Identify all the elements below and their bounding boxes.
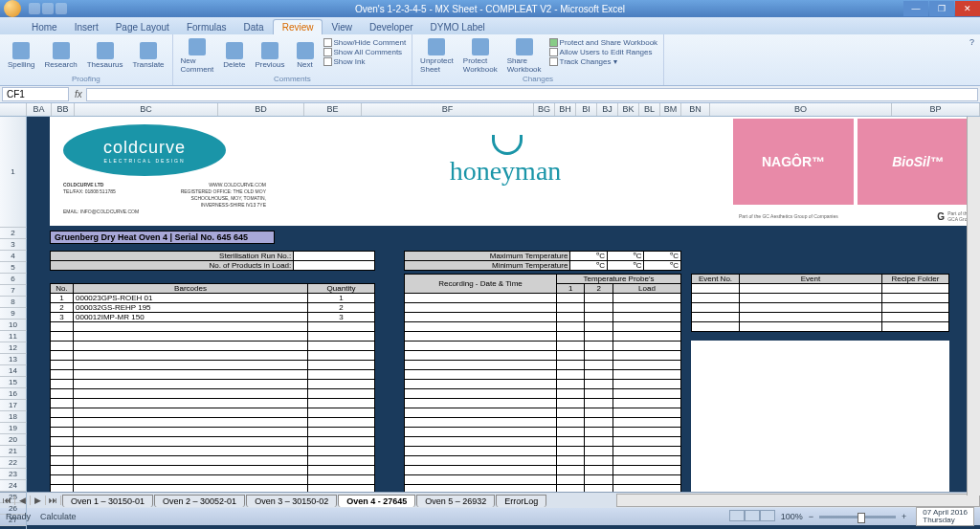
- group-comments-label: Comments: [177, 75, 409, 83]
- biosil-logo: BioSil™: [858, 119, 978, 205]
- delete-comment-button[interactable]: Delete: [219, 36, 249, 75]
- th-no: No.: [51, 284, 74, 294]
- sheet-nav-last[interactable]: ⏭: [46, 496, 61, 505]
- next-comment-button[interactable]: Next: [291, 36, 320, 75]
- protect-share-workbook[interactable]: Protect and Share Workbook: [549, 38, 658, 47]
- gca-footer: Part of the GC Aesthetics Group of Compa…: [731, 207, 980, 226]
- group-proofing-label: Proofing: [4, 75, 168, 83]
- sheet-nav-next[interactable]: ▶: [31, 496, 46, 505]
- col-bf[interactable]: BF: [362, 103, 534, 116]
- col-bc[interactable]: BC: [75, 103, 218, 116]
- col-bn[interactable]: BN: [681, 103, 710, 116]
- qat-undo-icon[interactable]: [42, 3, 54, 14]
- select-all-corner[interactable]: [0, 103, 27, 116]
- minimize-button[interactable]: —: [903, 1, 928, 16]
- col-bm[interactable]: BM: [660, 103, 681, 116]
- col-bd[interactable]: BD: [218, 103, 304, 116]
- col-bl[interactable]: BL: [639, 103, 660, 116]
- row-headers: 1 2345 678910 1112131415 1617181920 2122…: [0, 117, 27, 492]
- tab-formulas[interactable]: Formulas: [178, 20, 235, 34]
- group-changes-label: Changes: [416, 75, 659, 83]
- tab-home[interactable]: Home: [23, 20, 66, 34]
- sheet-tab-errorlog[interactable]: ErrorLog: [496, 495, 546, 507]
- office-button[interactable]: [4, 0, 21, 17]
- prod-load-value[interactable]: [294, 261, 375, 271]
- tab-view[interactable]: View: [323, 20, 361, 34]
- zoom-slider[interactable]: [819, 516, 896, 518]
- protect-workbook-button[interactable]: Protect Workbook: [459, 36, 501, 75]
- tab-developer[interactable]: Developer: [361, 20, 422, 34]
- quick-access-toolbar: [29, 3, 67, 14]
- col-bg[interactable]: BG: [534, 103, 555, 116]
- research-button[interactable]: Research: [40, 36, 80, 75]
- th-barcodes: Barcodes: [74, 284, 308, 294]
- col-bp[interactable]: BP: [892, 103, 980, 116]
- help-icon[interactable]: ?: [964, 34, 980, 85]
- qat-redo-icon[interactable]: [56, 3, 67, 14]
- coldcurve-info: COLDCURVE LTDWWW.COLDCURVE.COM TEL/FAX: …: [63, 182, 266, 215]
- sheet-tab-oven2[interactable]: Oven 2 – 30052-01: [154, 495, 245, 507]
- th-recording: Recording - Date & Time: [405, 275, 557, 294]
- new-comment-button[interactable]: New Comment: [177, 36, 218, 75]
- view-buttons[interactable]: [729, 510, 775, 523]
- sheet-tab-bar: ⏮◀ ▶⏭ Oven 1 – 30150-01 Oven 2 – 30052-0…: [0, 492, 980, 508]
- ribbon: Spelling Research Thesaurus Translate Pr…: [0, 34, 980, 86]
- col-bi[interactable]: BI: [576, 103, 597, 116]
- show-ink[interactable]: Show Ink: [323, 57, 407, 66]
- sheet-tab-oven1[interactable]: Oven 1 – 30150-01: [62, 495, 153, 507]
- honeyman-logo: honeyman: [450, 156, 562, 187]
- formula-bar: CF1 fx: [0, 86, 980, 103]
- col-bk[interactable]: BK: [618, 103, 639, 116]
- name-box[interactable]: CF1: [2, 87, 69, 101]
- previous-comment-button[interactable]: Previous: [251, 36, 288, 75]
- row-2[interactable]: 2: [0, 228, 27, 239]
- fx-icon[interactable]: fx: [71, 89, 86, 99]
- sheet-nav-first[interactable]: ⏮: [0, 496, 15, 505]
- sheet-tab-oven5[interactable]: Oven 5 – 26932: [416, 495, 495, 507]
- table-row: 2000032GS-REHP 1952: [51, 303, 375, 313]
- horizontal-scrollbar[interactable]: [616, 494, 980, 507]
- sheet-tab-oven3[interactable]: Oven 3 – 30150-02: [246, 495, 337, 507]
- sheet-nav-prev[interactable]: ◀: [15, 496, 31, 505]
- close-button[interactable]: ✕: [955, 1, 980, 16]
- tab-pagelayout[interactable]: Page Layout: [107, 20, 178, 34]
- min-temp-label: Minimum Temperature: [405, 261, 570, 271]
- col-bj[interactable]: BJ: [597, 103, 618, 116]
- col-bb[interactable]: BB: [52, 103, 75, 116]
- qat-save-icon[interactable]: [29, 3, 40, 14]
- th-probes: Temperature Probe's: [556, 275, 680, 284]
- ster-run-value[interactable]: [294, 252, 375, 261]
- col-be[interactable]: BE: [304, 103, 362, 116]
- worksheet[interactable]: coldcurve ELECTRICAL DESIGN COLDCURVE LT…: [27, 117, 980, 492]
- col-ba[interactable]: BA: [27, 103, 52, 116]
- thesaurus-button[interactable]: Thesaurus: [83, 36, 127, 75]
- maximize-button[interactable]: ❐: [929, 1, 954, 16]
- track-changes[interactable]: Track Changes ▾: [549, 57, 658, 66]
- showall-comments[interactable]: Show All Comments: [323, 48, 407, 56]
- window-title: Oven's 1-2-3-4-5 - MX Sheet - COMPLEAT V…: [355, 4, 625, 14]
- th-eventno: Event No.: [692, 275, 740, 284]
- zoom-label[interactable]: 100%: [781, 512, 803, 521]
- col-bh[interactable]: BH: [555, 103, 576, 116]
- tab-data[interactable]: Data: [235, 20, 273, 34]
- tab-dymo[interactable]: DYMO Label: [422, 20, 494, 34]
- spelling-button[interactable]: Spelling: [4, 36, 38, 75]
- row-1[interactable]: 1: [0, 117, 27, 228]
- col-bo[interactable]: BO: [710, 103, 892, 116]
- th-event: Event: [740, 275, 882, 284]
- formula-input[interactable]: [86, 88, 978, 101]
- sheet-tab-oven4[interactable]: Oven 4 - 27645: [338, 495, 415, 507]
- titlebar: Oven's 1-2-3-4-5 - MX Sheet - COMPLEAT V…: [0, 0, 980, 17]
- translate-button[interactable]: Translate: [129, 36, 168, 75]
- unprotect-sheet-button[interactable]: Unprotect Sheet: [416, 36, 457, 75]
- share-workbook-button[interactable]: Share Workbook: [503, 36, 546, 75]
- tab-insert[interactable]: Insert: [66, 20, 107, 34]
- allow-edit-ranges[interactable]: Allow Users to Edit Ranges: [549, 48, 658, 56]
- vertical-scrollbar[interactable]: [967, 117, 980, 496]
- zoom-out-icon[interactable]: −: [809, 512, 813, 521]
- status-date: 07 April 2016Thursday: [916, 507, 974, 526]
- zoom-in-icon[interactable]: +: [902, 512, 906, 521]
- tab-review[interactable]: Review: [273, 19, 323, 34]
- column-headers: BA BB BC BD BE BF BG BH BI BJ BK BL BM B…: [0, 103, 980, 117]
- showhide-comment[interactable]: Show/Hide Comment: [323, 38, 407, 47]
